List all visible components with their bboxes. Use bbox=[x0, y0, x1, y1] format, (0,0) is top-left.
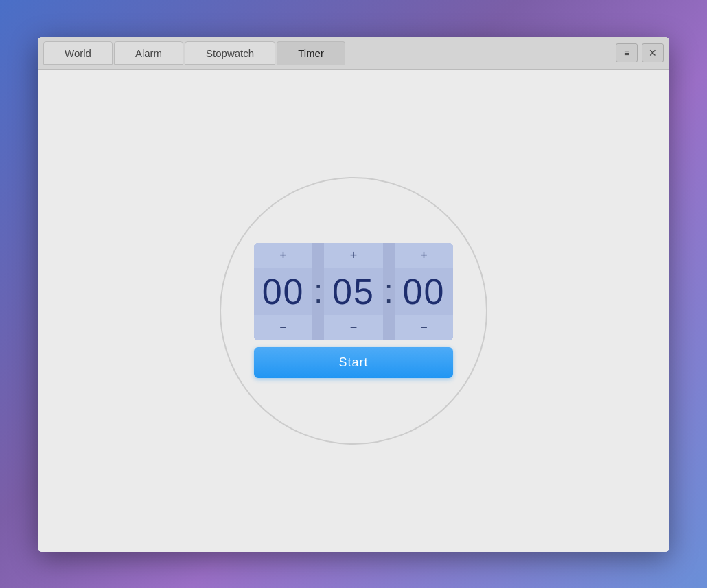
seconds-unit: + 00 − bbox=[395, 243, 453, 340]
tab-world[interactable]: World bbox=[43, 41, 113, 65]
tab-alarm[interactable]: Alarm bbox=[114, 41, 183, 65]
minutes-value: 05 bbox=[332, 268, 375, 315]
menu-button[interactable]: ≡ bbox=[616, 43, 638, 62]
colon-separator-2: : bbox=[383, 243, 395, 340]
minutes-decrement-button[interactable]: − bbox=[324, 315, 382, 340]
tab-stopwatch[interactable]: Stopwatch bbox=[185, 41, 275, 65]
colon-separator-1: : bbox=[312, 243, 324, 340]
hours-decrement-button[interactable]: − bbox=[254, 315, 312, 340]
tab-bar: World Alarm Stopwatch Timer bbox=[43, 41, 616, 65]
timer-container: + 00 − : + 05 − : + 00 − St bbox=[254, 243, 453, 378]
hours-increment-button[interactable]: + bbox=[254, 243, 312, 268]
tab-timer[interactable]: Timer bbox=[277, 41, 345, 65]
minutes-unit: + 05 − bbox=[324, 243, 382, 340]
seconds-decrement-button[interactable]: − bbox=[395, 315, 453, 340]
seconds-increment-button[interactable]: + bbox=[395, 243, 453, 268]
seconds-value: 00 bbox=[403, 268, 445, 315]
titlebar: World Alarm Stopwatch Timer ≡ ✕ bbox=[38, 37, 669, 70]
hours-unit: + 00 − bbox=[254, 243, 312, 340]
timer-display: + 00 − : + 05 − : + 00 − bbox=[254, 243, 453, 340]
close-button[interactable]: ✕ bbox=[642, 43, 664, 62]
titlebar-actions: ≡ ✕ bbox=[616, 43, 664, 62]
start-button[interactable]: Start bbox=[254, 347, 453, 378]
main-content: + 00 − : + 05 − : + 00 − St bbox=[38, 70, 669, 552]
app-window: World Alarm Stopwatch Timer ≡ ✕ + 00 − : bbox=[38, 37, 669, 552]
hours-value: 00 bbox=[262, 268, 305, 315]
minutes-increment-button[interactable]: + bbox=[324, 243, 382, 268]
